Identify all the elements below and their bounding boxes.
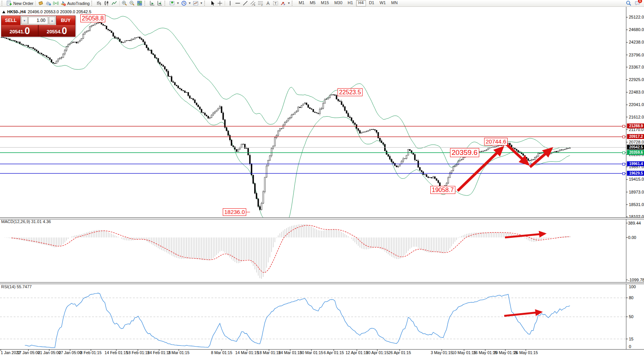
- tile-windows-icon: [137, 0, 142, 6]
- svg-text:389.44: 389.44: [628, 221, 641, 225]
- indicators-button[interactable]: ▼: [169, 0, 180, 6]
- search-button[interactable]: [625, 0, 632, 6]
- svg-text:A: A: [266, 1, 269, 6]
- arrows-dropdown-caret[interactable]: ▼: [287, 2, 290, 5]
- arrows-tool-button[interactable]: ▼: [279, 0, 291, 6]
- periods-dropdown-caret[interactable]: ▼: [188, 2, 191, 5]
- buy-button[interactable]: BUY: [56, 16, 75, 25]
- rsi-levels: [0, 298, 626, 339]
- cursor-tool-button[interactable]: [208, 0, 216, 6]
- new-order-label: New Order: [13, 1, 33, 6]
- macd-signal-line: [11, 225, 570, 273]
- crosshair-tool-button[interactable]: [216, 0, 224, 6]
- bar-chart-button[interactable]: [95, 0, 103, 6]
- timeframe-h1[interactable]: H1: [345, 0, 355, 6]
- terminal-window: New Order: [0, 0, 644, 356]
- svg-text:27 Jan 05:00: 27 Jan 05:00: [59, 350, 82, 355]
- indicators-dropdown-caret[interactable]: ▼: [177, 2, 180, 5]
- svg-text:19415.0: 19415.0: [629, 177, 644, 181]
- volume-input[interactable]: 1.00: [28, 17, 48, 24]
- tile-windows-button[interactable]: [136, 0, 144, 6]
- autotrading-button[interactable]: AutoTrading: [59, 0, 91, 6]
- zoom-out-button[interactable]: [128, 0, 136, 6]
- svg-text:24238.0: 24238.0: [629, 40, 644, 44]
- new-order-button[interactable]: New Order: [6, 0, 34, 6]
- chart-symbol-period: HK50-,H4: [7, 9, 26, 14]
- svg-text:18531.0: 18531.0: [629, 202, 644, 207]
- svg-text:E: E: [254, 4, 255, 6]
- svg-text:18973.0: 18973.0: [629, 190, 644, 194]
- macd-histogram: [2, 224, 570, 279]
- zoom-in-button[interactable]: [121, 0, 128, 6]
- timeframe-mn[interactable]: MN: [389, 0, 400, 6]
- horizontal-line-tool-button[interactable]: [234, 0, 241, 6]
- svg-text:24 Feb 01:15: 24 Feb 01:15: [147, 350, 171, 355]
- periods-button[interactable]: ▼: [180, 0, 192, 6]
- chart-canvas[interactable]: 25122.024680.024238.023796.023367.022925…: [0, 0, 644, 356]
- svg-text:24 Mar 01:15: 24 Mar 01:15: [278, 350, 302, 355]
- one-click-trading-panel: SELL ▼ 1.00 ▲ BUY 20541.0 20554.0: [1, 16, 75, 37]
- templates-dropdown-caret[interactable]: ▼: [200, 2, 203, 5]
- svg-text:20728.0: 20728.0: [629, 140, 644, 144]
- svg-text:20 Apr 01:15: 20 Apr 01:15: [366, 350, 389, 355]
- timeframe-group: M1M5M15M30H1H4D1W1MN: [296, 0, 400, 6]
- auto-scroll-button[interactable]: [148, 0, 156, 6]
- cursor-icon: [209, 0, 215, 6]
- vertical-line-tool-button[interactable]: [226, 0, 234, 6]
- svg-text:19857.0: 19857.0: [629, 164, 644, 169]
- timeframe-d1[interactable]: D1: [367, 0, 377, 6]
- line-chart-button[interactable]: [111, 0, 118, 6]
- sell-button[interactable]: SELL: [2, 16, 20, 25]
- fibonacci-tool-button[interactable]: F: [256, 0, 264, 6]
- svg-text:0: 0: [629, 344, 631, 349]
- svg-text:26 Apr 01:15: 26 Apr 01:15: [388, 350, 411, 355]
- timeframe-h4[interactable]: H4: [356, 0, 366, 6]
- trendline-tool-button[interactable]: [241, 0, 249, 6]
- templates-button[interactable]: ▼: [192, 0, 204, 6]
- sell-price[interactable]: 20541.0: [2, 25, 38, 36]
- volume-decrease-button[interactable]: ▼: [21, 17, 28, 24]
- market-watch-button[interactable]: [37, 0, 44, 6]
- rsi-panel-divider[interactable]: [0, 282, 644, 284]
- svg-text:8 Feb 01:15: 8 Feb 01:15: [80, 350, 102, 355]
- signals-button[interactable]: [52, 0, 59, 6]
- toolbar-grip: [2, 1, 4, 6]
- rsi-line: [25, 293, 570, 348]
- auto-scroll-icon: [149, 0, 155, 6]
- svg-text:12 Apr 01:15: 12 Apr 01:15: [345, 350, 368, 355]
- candlestick-chart-button[interactable]: [103, 0, 111, 6]
- sell-price-big-digit: 0: [25, 26, 30, 36]
- chat-button[interactable]: 1: [635, 0, 640, 6]
- text-label-tool-button[interactable]: T: [272, 0, 279, 6]
- cloud-button[interactable]: [44, 0, 52, 6]
- timeframe-m15[interactable]: M15: [319, 0, 331, 6]
- zoom-in-icon: [122, 0, 127, 6]
- crosshair-icon: [217, 0, 223, 6]
- chart-ohlc: 20496.0 20553.0 20309.0 20542.5: [28, 9, 91, 14]
- svg-text:23796.0: 23796.0: [629, 53, 644, 57]
- macd-panel-divider[interactable]: [0, 217, 644, 219]
- svg-text:23367.0: 23367.0: [629, 65, 644, 69]
- chart-shift-button[interactable]: [156, 0, 164, 6]
- templates-icon: [193, 0, 199, 6]
- periods-icon: [181, 0, 187, 6]
- volume-increase-button[interactable]: ▲: [49, 17, 55, 24]
- toolbar-grip: [164, 1, 167, 6]
- chat-badge: 1: [638, 0, 642, 3]
- text-icon: A: [265, 0, 271, 6]
- svg-text:26 May 01:15: 26 May 01:15: [514, 350, 538, 355]
- equidistant-channel-tool-button[interactable]: E: [249, 0, 256, 6]
- timeframe-m30[interactable]: M30: [332, 0, 344, 6]
- buy-price[interactable]: 20554.0: [39, 25, 75, 36]
- timeframe-m1[interactable]: M1: [296, 0, 306, 6]
- time-axis[interactable]: 1 Jan 202217 Jan 05:0021 Jan 05:0027 Jan…: [1, 350, 538, 355]
- timeframe-m5[interactable]: M5: [308, 0, 318, 6]
- history-icon: [38, 0, 44, 6]
- bar-chart-icon: [96, 0, 102, 6]
- svg-text:8 Mar 01:15: 8 Mar 01:15: [211, 350, 232, 355]
- timeframe-w1[interactable]: W1: [377, 0, 388, 6]
- chart-shift-icon: [157, 0, 163, 6]
- one-click-toggle-icon[interactable]: [2, 11, 5, 13]
- text-tool-button[interactable]: A: [264, 0, 272, 6]
- svg-text:18 Feb 01:15: 18 Feb 01:15: [126, 350, 150, 355]
